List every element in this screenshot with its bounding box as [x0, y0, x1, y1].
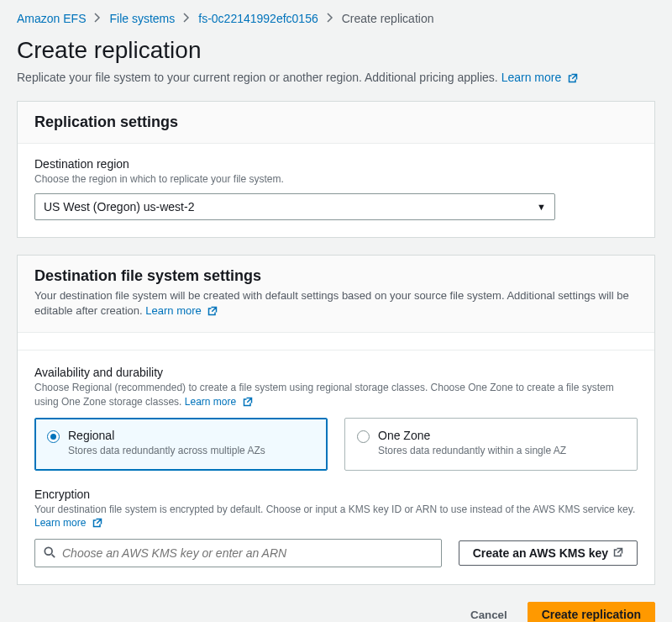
svg-point-0	[45, 547, 52, 555]
tile-one-zone-desc: Stores data redundantly within a single …	[378, 444, 566, 458]
breadcrumb-link-filesystems[interactable]: File systems	[109, 12, 175, 25]
learn-more-link[interactable]: Learn more	[34, 517, 102, 529]
breadcrumb-link-fsid[interactable]: fs-0c22141992efc0156	[198, 12, 318, 25]
encryption-desc: Your destination file system is encrypte…	[34, 503, 638, 533]
panel-header: Destination file system settings Your de…	[18, 256, 654, 333]
panel-header: Replication settings	[18, 102, 654, 144]
tile-regional[interactable]: Regional Stores data redundantly across …	[34, 418, 328, 471]
chevron-right-icon	[183, 12, 190, 25]
radio-icon	[357, 430, 370, 443]
tile-regional-title: Regional	[68, 429, 265, 442]
destination-fs-desc-text: Your destination file system will be cre…	[34, 289, 629, 317]
external-link-icon	[613, 546, 623, 560]
availability-label: Availability and durability	[34, 366, 638, 379]
chevron-right-icon	[327, 12, 333, 25]
external-link-icon	[243, 397, 253, 411]
create-kms-key-button[interactable]: Create an AWS KMS key	[459, 540, 638, 566]
kms-key-input-wrapper[interactable]	[34, 539, 442, 567]
breadcrumb-link-efs[interactable]: Amazon EFS	[17, 12, 86, 25]
radio-icon	[47, 430, 60, 443]
learn-more-label: Learn more	[185, 396, 236, 408]
page-subhead: Replicate your file system to your curre…	[17, 71, 655, 86]
destination-fs-desc: Your destination file system will be cre…	[34, 288, 638, 320]
page-title: Create replication	[17, 37, 655, 64]
caret-down-icon: ▼	[537, 202, 546, 212]
destination-region-value: US West (Oregon) us-west-2	[44, 200, 194, 213]
availability-desc: Choose Regional (recommended) to create …	[34, 381, 638, 411]
create-kms-key-label: Create an AWS KMS key	[473, 546, 608, 560]
availability-desc-text: Choose Regional (recommended) to create …	[34, 382, 614, 408]
learn-more-link[interactable]: Learn more	[145, 304, 218, 317]
page-subhead-text: Replicate your file system to your curre…	[17, 71, 498, 84]
learn-more-link[interactable]: Learn more	[501, 71, 578, 84]
destination-region-desc: Choose the region in which to replicate …	[34, 172, 638, 187]
learn-more-label: Learn more	[34, 517, 86, 529]
replication-settings-panel: Replication settings Destination region …	[17, 101, 655, 238]
create-replication-button[interactable]: Create replication	[528, 602, 655, 622]
learn-more-label: Learn more	[501, 71, 562, 84]
external-link-icon	[207, 305, 218, 320]
encryption-label: Encryption	[34, 488, 638, 501]
external-link-icon	[568, 72, 578, 86]
replication-settings-title: Replication settings	[34, 113, 638, 131]
external-link-icon	[92, 518, 102, 532]
chevron-right-icon	[94, 12, 101, 25]
tile-one-zone[interactable]: One Zone Stores data redundantly within …	[344, 418, 638, 471]
footer-actions: Cancel Create replication	[17, 602, 655, 622]
destination-region-select[interactable]: US West (Oregon) us-west-2 ▼	[34, 193, 555, 220]
destination-region-label: Destination region	[34, 157, 638, 171]
breadcrumb-current: Create replication	[342, 12, 434, 25]
learn-more-label: Learn more	[145, 304, 201, 317]
cancel-button[interactable]: Cancel	[457, 604, 521, 622]
tile-regional-desc: Stores data redundantly across multiple …	[68, 444, 265, 458]
destination-fs-title: Destination file system settings	[34, 267, 638, 285]
encryption-desc-text: Your destination file system is encrypte…	[34, 503, 635, 515]
tile-one-zone-title: One Zone	[378, 429, 566, 442]
destination-fs-panel: Destination file system settings Your de…	[17, 255, 655, 585]
search-icon	[44, 546, 55, 561]
breadcrumb: Amazon EFS File systems fs-0c22141992efc…	[17, 8, 655, 37]
learn-more-link[interactable]: Learn more	[185, 396, 253, 408]
kms-key-input[interactable]	[62, 546, 433, 560]
